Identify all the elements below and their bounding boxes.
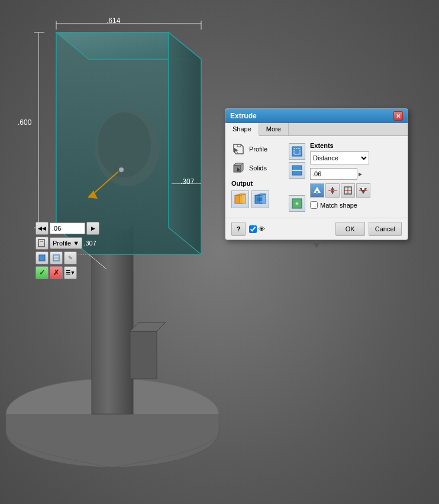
extents-value-row: ▶ xyxy=(310,168,402,180)
left-column: Profile Solid xyxy=(231,142,284,212)
dialog-footer: ? 👁 OK Cancel xyxy=(225,218,408,240)
svg-rect-44 xyxy=(292,147,302,156)
profile-row: Profile ▼ .307 xyxy=(35,237,99,250)
mid-select-btn-1[interactable] xyxy=(289,143,305,160)
dialog-title-bar: Extrude ✕ xyxy=(225,109,408,123)
edit-btn[interactable]: ✎ xyxy=(64,251,77,264)
svg-rect-4 xyxy=(130,331,157,379)
svg-text:+: + xyxy=(295,201,299,207)
extrude-dialog: Extrude ✕ Shape More xyxy=(225,108,408,240)
extents-column: Extents Distance To Through All Between xyxy=(310,142,402,212)
dialog-title-text: Extrude xyxy=(230,112,257,120)
svg-marker-53 xyxy=(331,187,334,190)
svg-marker-5 xyxy=(130,322,166,331)
dialog-body: Profile Solid xyxy=(225,136,408,218)
ok-button[interactable]: OK xyxy=(335,222,365,236)
match-shape-label: Match shape xyxy=(320,202,357,209)
profile-label: Profile xyxy=(53,240,71,247)
middle-column: + xyxy=(289,142,305,212)
profile-dropdown-arrow: ▼ xyxy=(73,240,79,247)
dir-btn-4[interactable] xyxy=(356,183,370,198)
confirm-btn[interactable]: ✓ xyxy=(35,266,49,279)
dir-btn-1[interactable] xyxy=(310,183,324,198)
dir-btn-2[interactable] xyxy=(325,183,340,198)
help-button[interactable]: ? xyxy=(231,222,246,236)
preview-icon: 👁 xyxy=(259,225,265,232)
surface-btn[interactable] xyxy=(50,251,63,264)
tab-shape[interactable]: Shape xyxy=(225,123,259,136)
svg-point-18 xyxy=(119,167,124,172)
direction-buttons xyxy=(310,183,402,198)
right-arrow-btn[interactable]: ▶ xyxy=(86,222,99,235)
preview-toggle: 👁 xyxy=(249,225,265,233)
solids-field-icon xyxy=(231,161,246,175)
match-shape-checkbox[interactable] xyxy=(310,201,318,209)
cancel-btn[interactable]: ✗ xyxy=(50,266,63,279)
svg-rect-60 xyxy=(362,187,364,190)
solids-field-label: Solids xyxy=(249,164,267,172)
value-input[interactable] xyxy=(50,222,85,234)
dim-depth: .307 xyxy=(180,177,194,186)
dim-height: .600 xyxy=(18,118,31,127)
svg-point-10 xyxy=(98,112,151,177)
output-cut-btn[interactable] xyxy=(251,190,269,208)
dialog-close-button[interactable]: ✕ xyxy=(393,111,403,121)
value-input-row: ◀◀ ▶ xyxy=(35,222,99,235)
dialog-tabs: Shape More xyxy=(225,123,408,136)
svg-marker-54 xyxy=(331,191,334,194)
solid-btn[interactable] xyxy=(35,251,49,264)
dialog-down-arrow xyxy=(312,241,321,248)
svg-rect-43 xyxy=(257,198,262,201)
3d-viewport: .614 .600 .307 ◀◀ ▶ Profile ▼ .307 xyxy=(0,0,439,504)
svg-rect-23 xyxy=(38,240,44,247)
output-section: Output xyxy=(231,180,284,208)
profile-field-row: Profile xyxy=(231,142,284,156)
profile-field-icon xyxy=(231,142,246,156)
profile-icon-btn[interactable] xyxy=(35,237,49,250)
solids-field-row: Solids xyxy=(231,161,284,175)
mid-select-btn-3[interactable]: + xyxy=(289,195,305,212)
profile-button[interactable]: Profile ▼ xyxy=(50,237,82,249)
confirm-row: ✓ ✗ ☰▼ xyxy=(35,266,99,279)
footer-left: ? 👁 xyxy=(231,222,265,236)
tab-more[interactable]: More xyxy=(259,123,289,135)
extents-value-arrow[interactable]: ▶ xyxy=(359,172,362,177)
extents-dropdown[interactable]: Distance To Through All Between xyxy=(310,151,369,164)
left-arrow-btn[interactable]: ◀◀ xyxy=(35,222,49,235)
output-join-btn[interactable] xyxy=(231,190,249,208)
profile-field-label: Profile xyxy=(249,146,267,153)
icon-row-1: ✎ xyxy=(35,251,99,264)
extents-value-input[interactable] xyxy=(310,168,357,180)
output-buttons xyxy=(231,190,284,208)
dim-width: .614 xyxy=(106,17,120,25)
preview-checkbox[interactable] xyxy=(249,225,257,233)
cancel-button[interactable]: Cancel xyxy=(369,222,402,236)
dir-btn-3[interactable] xyxy=(341,183,355,198)
svg-marker-8 xyxy=(169,33,201,254)
toolbar-area: ◀◀ ▶ Profile ▼ .307 xyxy=(35,222,99,279)
svg-rect-25 xyxy=(39,255,45,261)
mid-select-btn-2[interactable] xyxy=(289,162,305,179)
extents-dropdown-row: Distance To Through All Between xyxy=(310,151,402,164)
footer-right: OK Cancel xyxy=(335,222,402,236)
toolbar-value-label: .307 xyxy=(83,237,96,250)
extents-title: Extents xyxy=(310,142,402,149)
svg-rect-51 xyxy=(316,191,318,194)
options-btn[interactable]: ☰▼ xyxy=(64,266,77,279)
output-title: Output xyxy=(231,180,284,187)
match-shape-row: Match shape xyxy=(310,201,402,209)
